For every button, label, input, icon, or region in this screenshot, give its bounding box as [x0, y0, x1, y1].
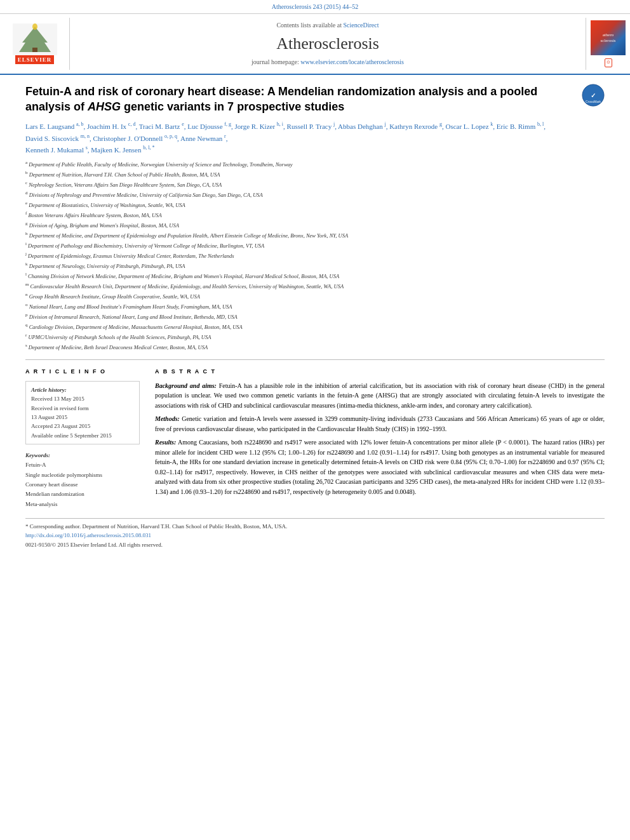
background-label: Background and aims:	[155, 382, 217, 389]
journal-reference-bar: Atherosclerosis 243 (2015) 44–52	[0, 0, 630, 14]
keywords-label: Keywords:	[25, 451, 140, 460]
abstract-text-block: Background and aims: Fetuin-A has a plau…	[155, 381, 605, 497]
affiliation-i: i Department of Pathology and Biochemist…	[25, 241, 605, 250]
article-title: Fetuin-A and risk of coronary heart dise…	[25, 84, 575, 115]
homepage-label: journal homepage:	[251, 58, 299, 65]
affiliation-k: k Department of Neurology, University of…	[25, 261, 605, 270]
author: Christopher J. O'Donnell	[93, 134, 163, 142]
affiliation-s: s Department of Medicine, Beth Israel De…	[25, 342, 605, 352]
journal-header: ELSEVIER Contents lists available at Sci…	[0, 14, 630, 75]
keyword-meta: Meta-analysis	[25, 500, 140, 509]
science-direct-line: Contents lists available at ScienceDirec…	[276, 21, 379, 30]
author: Majken K. Jensen	[91, 146, 141, 154]
authors-line: Lars E. Laugsand a, b, Joachim H. Ix c, …	[25, 121, 605, 156]
journal-center-block: Contents lists available at ScienceDirec…	[70, 18, 586, 70]
author: Kenneth J. Mukamal	[25, 146, 84, 154]
keyword-snp: Single nucleotide polymorphisms	[25, 470, 140, 480]
journal-ref-text: Atherosclerosis 243 (2015) 44–52	[272, 3, 358, 10]
elsevier-label: ELSEVIER	[15, 55, 55, 65]
methods-label: Methods:	[155, 415, 180, 422]
abstract-methods: Methods: Genetic variation and fetuin-A …	[155, 414, 605, 434]
article-info-heading: A R T I C L E I N F O	[25, 368, 140, 376]
methods-text: Genetic variation and fetuin-A levels we…	[155, 415, 605, 432]
affiliation-e: e Department of Biostatistics, Universit…	[25, 200, 605, 210]
abstract-results: Results: Among Caucasians, both rs224869…	[155, 437, 605, 497]
journal-title: Atherosclerosis	[276, 32, 379, 55]
affiliation-r: r UPMC/University of Pittsburgh Schools …	[25, 332, 605, 342]
affiliation-f: f Boston Veterans Affairs Healthcare Sys…	[25, 210, 605, 220]
author: Joachim H. Ix	[87, 123, 126, 130]
author: Russell P. Tracy	[287, 123, 332, 130]
author: Anne Newman	[180, 134, 222, 142]
results-label: Results:	[155, 439, 176, 446]
doi-line: http://dx.doi.org/10.1016/j.atherosclero…	[25, 531, 605, 540]
affiliation-a: a Department of Public Health, Faculty o…	[25, 159, 605, 169]
author: David S. Siscovick	[25, 134, 79, 142]
affiliation-p: p Division of Intramural Research, Natio…	[25, 312, 605, 321]
corresponding-author-note: * Corresponding author. Department of Nu…	[25, 523, 605, 531]
results-text: Among Caucasians, both rs2248690 and rs4…	[155, 439, 605, 495]
abstract-heading: A B S T R A C T	[155, 368, 605, 376]
affiliation-c: c Nephrology Section, Veterans Affairs S…	[25, 180, 605, 189]
author: Abbas Dehghan	[338, 123, 383, 130]
svg-point-3	[32, 23, 37, 30]
crossmark-icon: ✓ CrossMark	[582, 84, 605, 107]
affiliation-l: l Channing Division of Network Medicine,…	[25, 271, 605, 281]
author: Oscar L. Lopez	[445, 123, 488, 130]
background-text: Fetuin-A has a plausible role in the inh…	[155, 382, 605, 409]
keyword-chd: Coronary heart disease	[25, 480, 140, 490]
abstract-column: A B S T R A C T Background and aims: Fet…	[155, 368, 605, 509]
keyword-mendelian: Mendelian randomization	[25, 490, 140, 499]
abstract-background: Background and aims: Fetuin-A has a plau…	[155, 381, 605, 411]
affiliation-q: q Cardiology Division, Department of Med…	[25, 322, 605, 331]
section-divider	[25, 359, 605, 360]
svg-rect-2	[32, 48, 37, 52]
affiliation-o: o National Heart, Lung and Blood Institu…	[25, 302, 605, 311]
author: Traci M. Bartz	[139, 123, 180, 130]
keywords-section: Keywords: Fetuin-A Single nucleotide pol…	[25, 451, 140, 509]
affiliation-g: g Division of Aging, Brigham and Women's…	[25, 220, 605, 230]
footnote-section: * Corresponding author. Department of Nu…	[25, 518, 605, 549]
available-online-date: Available online 5 September 2015	[31, 431, 134, 440]
affiliations-section: a Department of Public Health, Faculty o…	[25, 159, 605, 352]
affiliation-m: m Cardiovascular Health Research Unit, D…	[25, 281, 605, 291]
affiliation-h: h Department of Medicine, and Department…	[25, 230, 605, 240]
doi-link[interactable]: http://dx.doi.org/10.1016/j.atherosclero…	[25, 532, 151, 538]
affiliation-d: d Divisions of Nephrology and Preventive…	[25, 190, 605, 199]
article-history-box: Article history: Received 13 May 2015 Re…	[25, 381, 140, 444]
author: Jorge R. Kizer	[234, 123, 275, 130]
keyword-fetuin: Fetuin-A	[25, 460, 140, 470]
elsevier-logo-block: ELSEVIER	[0, 18, 70, 70]
two-column-layout: A R T I C L E I N F O Article history: R…	[25, 368, 605, 509]
author: Kathryn Rexrode	[389, 123, 438, 130]
affiliation-n: n Group Health Research Institute, Group…	[25, 291, 605, 301]
open-access-badge: ⊙	[605, 58, 612, 67]
elsevier-tree-icon	[13, 23, 57, 55]
journal-thumbnail-block: atherosclerosis ⊙	[586, 18, 630, 70]
copyright-line: 0021-9150/© 2015 Elsevier Ireland Ltd. A…	[25, 541, 605, 549]
homepage-url[interactable]: www.elsevier.com/locate/atherosclerosis	[300, 58, 404, 65]
main-content-area: Fetuin-A and risk of coronary heart dise…	[0, 75, 630, 563]
author: Eric B. Rimm	[497, 123, 535, 130]
svg-text:✓: ✓	[591, 92, 596, 99]
journal-homepage-line: journal homepage: www.elsevier.com/locat…	[251, 58, 404, 67]
author: Luc Djousse	[187, 123, 222, 130]
science-direct-link[interactable]: ScienceDirect	[343, 22, 379, 29]
affiliation-j: j Department of Epidemiology, Erasmus Un…	[25, 251, 605, 260]
history-label: Article history:	[31, 385, 134, 394]
accepted-date: Accepted 23 August 2015	[31, 422, 134, 430]
author: Lars E. Laugsand	[25, 123, 74, 130]
article-title-section: Fetuin-A and risk of coronary heart dise…	[25, 84, 605, 115]
article-info-column: A R T I C L E I N F O Article history: R…	[25, 368, 140, 509]
crossmark-logo[interactable]: ✓ CrossMark	[582, 84, 605, 107]
received-revised-date: Received in revised form13 August 2015	[31, 404, 134, 422]
journal-cover-image: atherosclerosis	[591, 20, 626, 55]
contents-label: Contents lists available at	[276, 22, 341, 29]
affiliation-b: b Department of Nutrition, Harvard T.H. …	[25, 170, 605, 179]
received-date: Received 13 May 2015	[31, 394, 134, 403]
svg-text:CrossMark: CrossMark	[586, 100, 601, 103]
